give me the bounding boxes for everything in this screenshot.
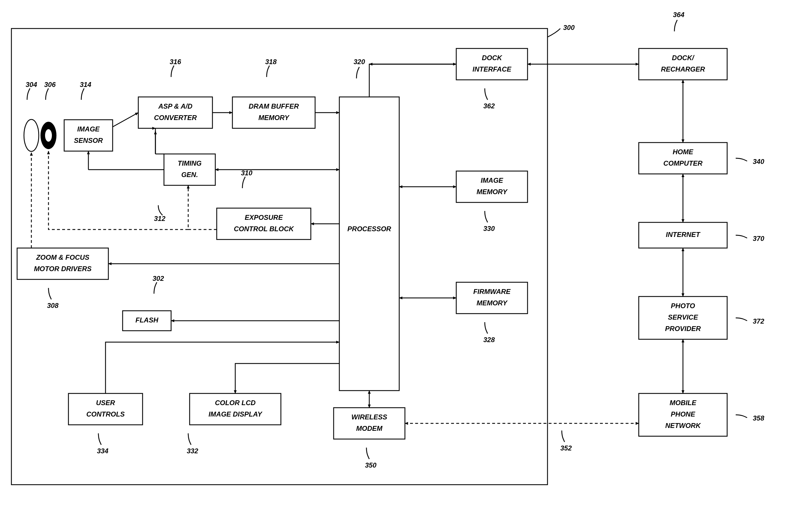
ref-352: 352 (560, 444, 572, 452)
svg-text:DRAM BUFFER: DRAM BUFFER (249, 102, 299, 110)
ref-314: 314 (80, 81, 91, 88)
ref-302: 302 (153, 274, 164, 282)
ref-316: 316 (170, 58, 181, 65)
conn-exposure-timing (188, 185, 217, 229)
svg-text:PHOTO: PHOTO (671, 302, 695, 310)
svg-text:MOTOR DRIVERS: MOTOR DRIVERS (34, 265, 92, 272)
ref-334: 334 (97, 447, 108, 455)
svg-text:DOCK/: DOCK/ (672, 54, 695, 62)
svg-point-0 (45, 129, 52, 142)
svg-text:GEN.: GEN. (181, 171, 198, 178)
svg-text:MEMORY: MEMORY (477, 299, 508, 307)
svg-text:NETWORK: NETWORK (665, 422, 701, 429)
svg-text:HOME: HOME (673, 148, 693, 156)
ref-320: 320 (353, 58, 365, 65)
svg-text:MEMORY: MEMORY (477, 188, 508, 195)
svg-text:ZOOM & FOCUS: ZOOM & FOCUS (36, 253, 90, 261)
svg-text:PROVIDER: PROVIDER (665, 325, 701, 332)
ref-364: 364 (673, 11, 684, 19)
processor-block (339, 97, 399, 391)
home-computer-block (639, 142, 727, 174)
ref-332: 332 (187, 447, 198, 455)
svg-text:MEMORY: MEMORY (259, 114, 290, 121)
ref-358: 358 (753, 414, 765, 422)
svg-text:SERVICE: SERVICE (668, 313, 698, 321)
conn-sensor-asp (113, 113, 138, 127)
svg-text:FLASH: FLASH (135, 316, 158, 324)
svg-text:ASP & A/D: ASP & A/D (158, 102, 192, 110)
svg-text:RECHARGER: RECHARGER (661, 65, 705, 73)
user-controls-block (69, 394, 142, 425)
svg-text:IMAGE: IMAGE (77, 125, 100, 133)
svg-text:IMAGE: IMAGE (481, 176, 503, 184)
timing-gen-block (164, 154, 215, 185)
dram-block (232, 97, 315, 128)
svg-text:WIRELESS: WIRELESS (351, 413, 387, 421)
svg-text:CONVERTER: CONVERTER (154, 114, 197, 121)
svg-text:INTERFACE: INTERFACE (473, 65, 512, 73)
svg-text:COLOR LCD: COLOR LCD (215, 399, 256, 406)
ref-310: 310 (241, 169, 253, 177)
svg-text:PROCESSOR: PROCESSOR (347, 225, 391, 233)
wireless-modem-block (333, 408, 405, 439)
ref-318: 318 (265, 58, 277, 65)
ref-306: 306 (44, 81, 56, 88)
ref-308: 308 (47, 302, 59, 309)
svg-text:FIRMWARE: FIRMWARE (473, 288, 511, 296)
svg-text:USER: USER (96, 399, 115, 406)
ref-330: 330 (483, 225, 495, 232)
svg-text:TIMING: TIMING (178, 159, 202, 167)
conn-proc-dockif (369, 64, 456, 97)
conn-proc-lcd (235, 363, 339, 394)
svg-text:MOBILE: MOBILE (670, 399, 696, 406)
image-memory-block (456, 171, 528, 203)
ref-350: 350 (365, 461, 377, 469)
svg-text:PHONE: PHONE (671, 410, 695, 418)
svg-text:IMAGE DISPLAY: IMAGE DISPLAY (208, 410, 263, 418)
ref-312: 312 (154, 215, 166, 222)
dock-interface-block (456, 49, 528, 80)
svg-text:INTERNET: INTERNET (666, 231, 701, 238)
ref-372: 372 (753, 317, 765, 325)
svg-text:SENSOR: SENSOR (74, 137, 103, 144)
svg-text:CONTROLS: CONTROLS (87, 410, 125, 418)
svg-text:DOCK: DOCK (482, 54, 502, 62)
ref-328: 328 (483, 336, 495, 344)
block-diagram: 300 304 306 IMAGE SENSOR 314 ASP & A/D C… (0, 0, 803, 532)
firmware-memory-block (456, 282, 528, 314)
conn-user-proc (106, 342, 339, 394)
svg-text:EXPOSURE: EXPOSURE (245, 213, 283, 221)
ref-340: 340 (753, 158, 765, 165)
svg-text:CONTROL BLOCK: CONTROL BLOCK (234, 225, 294, 233)
ref-304: 304 (26, 81, 37, 88)
dock-recharger-block (639, 49, 727, 80)
lens-1 (24, 119, 39, 151)
asp-ad-block (138, 97, 212, 128)
ref-370: 370 (753, 235, 765, 242)
image-sensor-block (64, 120, 113, 151)
exposure-control-block (217, 208, 311, 240)
svg-text:COMPUTER: COMPUTER (663, 159, 703, 167)
ref-362: 362 (483, 102, 495, 110)
ref-300: 300 (563, 24, 575, 31)
svg-text:MODEM: MODEM (356, 424, 383, 432)
color-lcd-block (190, 394, 281, 425)
zoom-focus-block (17, 248, 108, 279)
